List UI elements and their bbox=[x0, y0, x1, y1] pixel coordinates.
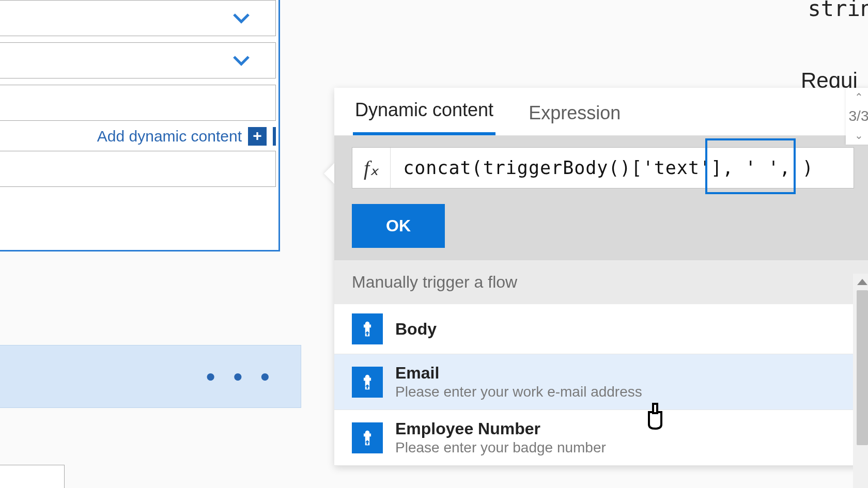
partial-field[interactable]: e bbox=[0, 465, 65, 488]
fx-icon: fₓ bbox=[352, 148, 391, 188]
text-input-field-1[interactable] bbox=[0, 85, 276, 121]
collapsible-field-1[interactable] bbox=[0, 0, 276, 36]
scroll-thumb[interactable] bbox=[857, 290, 868, 445]
list-item-employee-number[interactable]: Employee Number Please enter your badge … bbox=[334, 410, 868, 466]
tab-dynamic-content[interactable]: Dynamic content bbox=[353, 88, 495, 135]
popup-tabs: Dynamic content Expression bbox=[334, 88, 868, 136]
scroll-up-icon[interactable] bbox=[857, 279, 867, 285]
flow-action-card: Add dynamic content + bbox=[0, 0, 280, 251]
expression-area: fₓ concat(triggerBody()['text'], ' ', ) … bbox=[334, 136, 868, 260]
list-item-body[interactable]: Body bbox=[334, 304, 868, 354]
plus-bar-decoration bbox=[273, 127, 276, 146]
next-step-card[interactable]: • • • bbox=[0, 345, 301, 408]
trigger-icon bbox=[352, 367, 383, 398]
item-title: Body bbox=[395, 320, 437, 339]
tooltip-code-fragment: strin bbox=[808, 0, 868, 21]
text-input-field-2[interactable] bbox=[0, 151, 276, 187]
ok-button[interactable]: OK bbox=[352, 204, 445, 248]
trigger-icon bbox=[352, 422, 383, 453]
list-item-email[interactable]: Email Please enter your work e-mail addr… bbox=[334, 354, 868, 410]
scrollbar[interactable] bbox=[853, 274, 868, 488]
add-dynamic-content-label: Add dynamic content bbox=[97, 128, 242, 145]
tab-expression[interactable]: Expression bbox=[526, 91, 623, 135]
dynamic-content-list: Body Email Please enter your work e-mail… bbox=[334, 304, 868, 466]
tooltip-nav: ⌃ 3/3 ⌄ bbox=[846, 88, 868, 145]
item-title: Email bbox=[395, 364, 642, 383]
item-description: Please enter your badge number bbox=[395, 439, 606, 456]
dynamic-content-popup: Dynamic content Expression ⌃ 3/3 ⌄ fₓ co… bbox=[334, 88, 868, 466]
expression-input[interactable]: fₓ concat(triggerBody()['text'], ' ', ) bbox=[352, 147, 854, 188]
collapsible-field-2[interactable] bbox=[0, 42, 276, 78]
add-dynamic-content-link[interactable]: Add dynamic content + bbox=[0, 127, 276, 146]
tooltip-nav-count: 3/3 bbox=[849, 108, 868, 124]
chevron-down-icon[interactable]: ⌄ bbox=[855, 129, 863, 141]
chevron-down-icon bbox=[230, 50, 252, 71]
trigger-icon bbox=[352, 313, 383, 344]
section-header-trigger: Manually trigger a flow bbox=[334, 260, 868, 304]
expression-text: concat(triggerBody()['text'], ' ', ) bbox=[391, 158, 814, 178]
chevron-down-icon bbox=[230, 7, 252, 29]
plus-icon: + bbox=[248, 127, 267, 146]
popup-caret bbox=[324, 163, 334, 184]
chevron-up-icon[interactable]: ⌃ bbox=[855, 91, 863, 103]
item-description: Please enter your work e-mail address bbox=[395, 384, 642, 400]
item-title: Employee Number bbox=[395, 419, 606, 438]
